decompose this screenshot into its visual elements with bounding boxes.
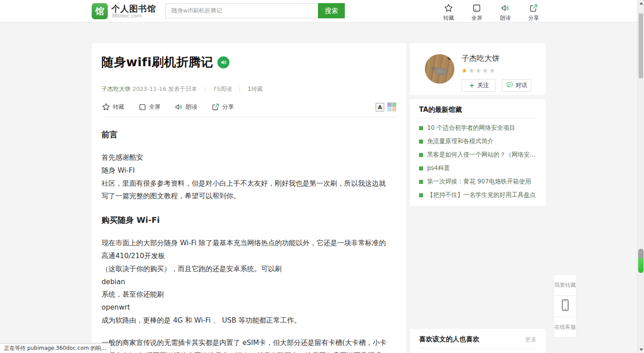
paragraph: 一般的商家宣传说的无需插卡其实都是内置了 eSIM卡，但大部分还是留有卡槽(大卡… bbox=[102, 336, 396, 353]
floating-rail: 我要转藏 在线客服 bbox=[554, 274, 576, 338]
article-line: debian bbox=[102, 276, 396, 289]
paragraph: 首先感谢酷安 随身 Wi-FI 社区，里面有很多参考资料，但是对小白上手不太友好… bbox=[102, 151, 396, 203]
speaker-circle-icon[interactable] bbox=[217, 56, 229, 68]
divider bbox=[419, 348, 537, 349]
meta-divider: ｜ bbox=[237, 85, 243, 92]
collection-item[interactable]: 黑客是如何入侵一个网站的？（网络安... bbox=[419, 148, 537, 162]
article-meta: 子杰吃大饼 2023-11-16 发表于日本 ｜ 75阅读 ｜ 1转藏 bbox=[102, 85, 396, 93]
bullet-square-icon bbox=[419, 126, 423, 130]
phone-icon bbox=[560, 298, 570, 314]
star-icon: ★ bbox=[489, 67, 496, 75]
publish-origin: 发表于日本 bbox=[168, 85, 197, 92]
article-toolbar: 转藏 全屏 朗读 分享 A bbox=[102, 102, 396, 111]
more-link[interactable]: 更多 bbox=[525, 336, 537, 344]
article-line: 社区，里面有很多参考资料，但是对小白上手不太友好，刚好我也是第一次刷，所以我这边… bbox=[102, 177, 396, 190]
paragraph: 现在市面上的大部分随身 Wi-Fi 除了最基本充当网络热点的功能以外，它还是一块… bbox=[102, 237, 396, 327]
header-actions: 转藏 全屏 朗读 分享 bbox=[438, 3, 544, 22]
article-line: openwrt bbox=[102, 301, 396, 314]
star-icon: ★ bbox=[468, 67, 475, 75]
bullet-square-icon bbox=[419, 166, 423, 170]
content-divider bbox=[102, 117, 396, 117]
article-line: 一般的商家宣传说的无需插卡其实都是内置了 eSIM卡，但大部分还是留有卡槽(大卡… bbox=[102, 336, 396, 349]
latest-collections-card: TA的最新馆藏 10 个适合初学者的网络安全项目 免流量原理和各模式简介 黑客是… bbox=[410, 99, 546, 206]
collection-item[interactable]: 第一次焊接：黄花 907电烙铁开箱使用 bbox=[419, 175, 537, 188]
collections-title: TA的最新馆藏 bbox=[419, 99, 537, 114]
rail-save-button[interactable]: 我要转藏 bbox=[554, 274, 576, 296]
collections-list: 10 个适合初学者的网络安全项目 免流量原理和各模式简介 黑客是如何入侵一个网站… bbox=[419, 121, 537, 202]
publish-date: 2023-11-16 bbox=[132, 85, 166, 92]
divider bbox=[419, 118, 537, 119]
author-link[interactable]: 子杰吃大饼 bbox=[102, 85, 131, 92]
follow-button[interactable]: ＋关注 bbox=[462, 79, 496, 92]
article-line: 现在市面上的大部分随身 Wi-Fi 除了最基本充当网络热点的功能以外，它还是一块… bbox=[102, 237, 396, 250]
toolbar-share[interactable]: 分享 bbox=[211, 102, 234, 111]
article-line: 成为软路由，更棒的是 4G 和 Wi-Fi 、 USB 等功能都正常工作。 bbox=[102, 314, 396, 327]
collection-item[interactable]: 10 个适合初学者的网络安全项目 bbox=[419, 121, 537, 135]
profile-name[interactable]: 子杰吃大饼 bbox=[462, 53, 531, 64]
toolbar-fullscreen[interactable]: 全屏 bbox=[138, 103, 161, 111]
article-line: 首先感谢酷安 bbox=[102, 151, 396, 164]
scroll-progress-pill[interactable] bbox=[638, 249, 644, 273]
rail-support-button[interactable]: 在线客服 bbox=[554, 316, 576, 338]
toolbar-read-aloud[interactable]: 朗读 bbox=[174, 102, 197, 111]
article-line: 系统，甚至你还能刷 bbox=[102, 288, 396, 301]
fullscreen-icon bbox=[466, 3, 487, 13]
avatar[interactable] bbox=[425, 54, 454, 84]
article-line: （这取决于你的购买），而且它跑的还是安卓系统。可以刷 bbox=[102, 263, 396, 276]
star-icon bbox=[438, 3, 459, 13]
site-logo[interactable]: 馆 个人图书馆 360doc.com bbox=[92, 3, 156, 19]
star-rating: ★★★★★★ bbox=[462, 67, 531, 75]
bullet-square-icon bbox=[419, 193, 423, 197]
scrollbar bbox=[637, 0, 644, 353]
theme-grid-button[interactable] bbox=[387, 102, 396, 111]
header-action-share[interactable]: 分享 bbox=[523, 3, 544, 22]
scrollbar-thumb[interactable] bbox=[639, 13, 643, 78]
site-logo-badge-icon: 馆 bbox=[92, 3, 108, 19]
article-line: 随身 Wi-FI bbox=[102, 164, 396, 177]
article-card: 随身wifi刷机折腾记 子杰吃大饼 2023-11-16 发表于日本 ｜ 75阅… bbox=[92, 43, 406, 353]
section-heading: 购买随身 Wi-Fi bbox=[102, 215, 396, 225]
scroll-up-arrow[interactable] bbox=[638, 0, 644, 7]
article-line: 高通410/210开发板 bbox=[102, 250, 396, 263]
meta-divider: ｜ bbox=[202, 85, 208, 92]
collection-item[interactable]: 【把持不住】一名学生党的好用工具盘点 bbox=[419, 188, 537, 202]
browser-status-bar: 正在等待 pubimage.360doc.com 的响... bbox=[0, 343, 111, 353]
section-heading: 前言 bbox=[102, 129, 396, 140]
plus-icon: ＋ bbox=[468, 82, 475, 89]
also-liked-card: 喜欢该文的人也喜欢 更多 bbox=[410, 329, 546, 353]
article-title: 随身wifi刷机折腾记 bbox=[102, 55, 213, 69]
bullet-square-icon bbox=[419, 180, 423, 184]
article-line: 需要卡套)，切记不要激活他内置的流量卡，说白了就是物联网卡，流量不仅贵不说而且还… bbox=[102, 349, 396, 353]
author-profile-card: 子杰吃大饼 ★★★★★★ ＋关注 对话 bbox=[410, 43, 546, 95]
rail-mobile-button[interactable] bbox=[554, 295, 576, 317]
article-line: 写了一篇完整的图文教程，希望可以帮到你。 bbox=[102, 190, 396, 203]
header-action-read-aloud[interactable]: 朗读 bbox=[495, 3, 516, 22]
header-action-favorite[interactable]: 转藏 bbox=[438, 3, 459, 22]
toolbar-favorite[interactable]: 转藏 bbox=[102, 102, 124, 111]
search-button[interactable]: 搜索 bbox=[318, 3, 345, 18]
site-subtitle: 360doc.com bbox=[111, 13, 156, 19]
collection-item[interactable]: ps4科普 bbox=[419, 162, 537, 175]
star-icon: ★ bbox=[475, 67, 482, 75]
chat-bubble-icon bbox=[506, 81, 516, 90]
bullet-square-icon bbox=[419, 153, 423, 157]
chat-button[interactable]: 对话 bbox=[502, 79, 531, 92]
font-size-button[interactable]: A bbox=[376, 103, 384, 111]
star-icon: ★ bbox=[482, 67, 489, 75]
read-count: 75阅读 bbox=[213, 85, 232, 92]
save-count: 1 bbox=[247, 85, 251, 92]
top-header: 馆 个人图书馆 360doc.com 搜索 转藏 全屏 朗读 bbox=[0, 0, 637, 22]
star-icon bbox=[102, 102, 110, 111]
header-action-fullscreen[interactable]: 全屏 bbox=[466, 3, 487, 22]
scroll-down-arrow[interactable] bbox=[638, 346, 644, 353]
share-icon bbox=[211, 102, 220, 111]
speaker-icon bbox=[174, 102, 183, 111]
also-liked-title: 喜欢该文的人也喜欢 bbox=[419, 335, 479, 344]
bullet-square-icon bbox=[419, 140, 423, 144]
half-star-icon: ★★ bbox=[462, 67, 468, 75]
collection-item[interactable]: 免流量原理和各模式简介 bbox=[419, 135, 537, 148]
search-input[interactable] bbox=[165, 3, 318, 18]
save-count-label: 转藏 bbox=[251, 85, 263, 92]
fullscreen-icon bbox=[138, 103, 147, 111]
site-title: 个人图书馆 bbox=[111, 4, 156, 13]
